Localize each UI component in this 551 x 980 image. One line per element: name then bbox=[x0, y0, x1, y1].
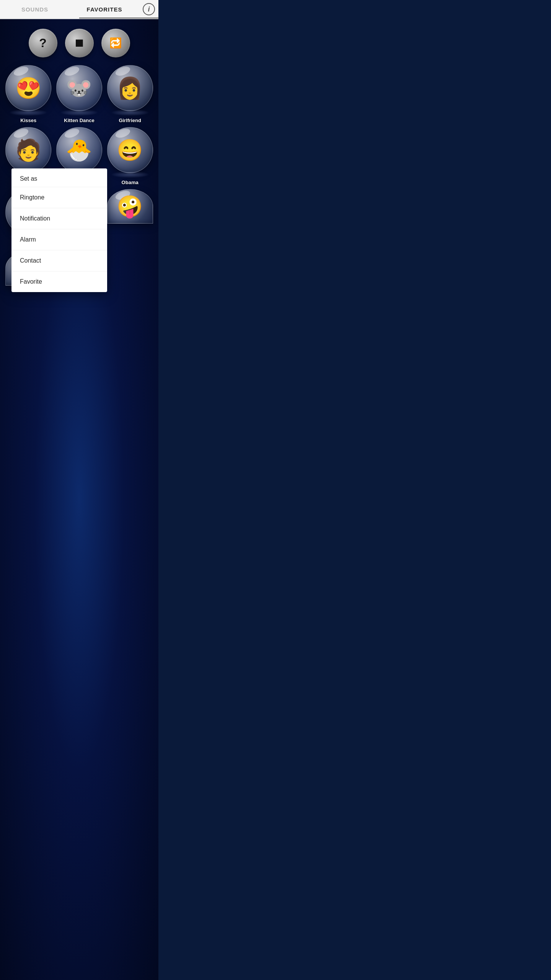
tab-bar: SOUNDS FAVORITES i bbox=[0, 0, 158, 19]
controls-row: ? ⏹ 🔁 bbox=[2, 23, 156, 65]
sound-bubble-bottom1: 🤪 bbox=[107, 189, 153, 224]
repeat-button[interactable]: 🔁 bbox=[101, 29, 130, 57]
tab-favorites[interactable]: FAVORITES bbox=[70, 1, 139, 18]
sound-bubble-mushroom: 🧑 bbox=[5, 127, 51, 173]
sound-item-kitten-dance[interactable]: 🐭 Kitten Dance bbox=[56, 65, 103, 123]
repeat-icon: 🔁 bbox=[109, 37, 122, 49]
sound-bubble-girlfriend: 👩 bbox=[107, 65, 153, 111]
popup-item-favorite[interactable]: Favorite bbox=[11, 271, 107, 292]
info-button[interactable]: i bbox=[139, 3, 158, 15]
tab-active-indicator bbox=[79, 18, 158, 18]
popup-header: Set as bbox=[11, 168, 107, 187]
popup-menu: Set as Ringtone Notification Alarm Conta… bbox=[11, 168, 107, 292]
sound-label-girlfriend: Girlfriend bbox=[119, 118, 141, 123]
sound-label-kisses: Kisses bbox=[20, 118, 36, 123]
sound-bubble-kitten-dance: 🐭 bbox=[56, 65, 102, 111]
popup-item-contact[interactable]: Contact bbox=[11, 250, 107, 271]
sound-label-kitten-dance: Kitten Dance bbox=[64, 118, 94, 123]
stop-button[interactable]: ⏹ bbox=[65, 29, 94, 57]
sound-label-obama: Obama bbox=[122, 180, 139, 185]
sound-item-kisses[interactable]: 😍 Kisses bbox=[5, 65, 52, 123]
sound-bubble-ridiculous: 🐣 bbox=[56, 127, 102, 173]
sound-item-girlfriend[interactable]: 👩 Girlfriend bbox=[106, 65, 153, 123]
stop-icon: ⏹ bbox=[74, 37, 85, 49]
sound-item-obama[interactable]: 😄 Obama bbox=[106, 127, 153, 185]
info-icon: i bbox=[143, 3, 155, 15]
sound-item-bottom1[interactable]: 🤪 bbox=[106, 189, 153, 247]
sound-bubble-obama: 😄 bbox=[107, 127, 153, 173]
popup-item-notification[interactable]: Notification bbox=[11, 208, 107, 229]
help-button[interactable]: ? bbox=[29, 29, 57, 57]
tab-sounds[interactable]: SOUNDS bbox=[0, 1, 70, 18]
popup-item-alarm[interactable]: Alarm bbox=[11, 229, 107, 250]
popup-item-ringtone[interactable]: Ringtone bbox=[11, 187, 107, 208]
help-icon: ? bbox=[39, 36, 47, 50]
main-content: ? ⏹ 🔁 😍 Kisses 🐭 Kitten Dance 👩 bbox=[0, 19, 158, 980]
sound-bubble-kisses: 😍 bbox=[5, 65, 51, 111]
